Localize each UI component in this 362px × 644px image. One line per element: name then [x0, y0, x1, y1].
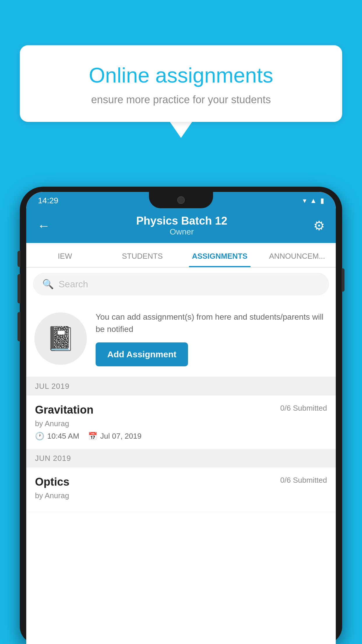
- calendar-icon: 📅: [88, 432, 97, 441]
- section-jul-2019: JUL 2019: [26, 377, 336, 396]
- section-jun-2019: JUN 2019: [26, 449, 336, 468]
- phone-power-button: [342, 268, 345, 292]
- section-jun-label: JUN 2019: [35, 454, 71, 463]
- phone-vol-up: [17, 274, 20, 303]
- assignment-optics-by: by Anurag: [35, 491, 327, 500]
- settings-icon[interactable]: ⚙: [313, 218, 325, 233]
- assignment-item-header: Gravitation 0/6 Submitted: [35, 404, 327, 416]
- search-placeholder: Search: [59, 279, 88, 290]
- phone-vol-down: [17, 312, 20, 341]
- speech-bubble-arrow: [170, 122, 192, 138]
- assignment-gravitation[interactable]: Gravitation 0/6 Submitted by Anurag 🕐 10…: [26, 396, 336, 449]
- phone-device: 14:29 ▾ ▲ ▮ ← Physics Batch 12 Owner ⚙ I…: [20, 187, 342, 644]
- phone-notch: [149, 192, 213, 208]
- phone-camera: [177, 196, 185, 204]
- assignment-optics-submitted: 0/6 Submitted: [280, 476, 327, 485]
- status-time: 14:29: [38, 196, 58, 205]
- signal-icon: ▲: [310, 197, 317, 205]
- battery-icon: ▮: [320, 197, 324, 205]
- assignment-optics[interactable]: Optics 0/6 Submitted by Anurag: [26, 468, 336, 512]
- tab-students[interactable]: STUDENTS: [104, 243, 181, 267]
- promo-content: You can add assignment(s) from here and …: [96, 311, 328, 366]
- speech-bubble-subtitle: ensure more practice for your students: [40, 94, 322, 106]
- assignment-optics-header: Optics 0/6 Submitted: [35, 476, 327, 488]
- phone-screen: 14:29 ▾ ▲ ▮ ← Physics Batch 12 Owner ⚙ I…: [26, 192, 336, 644]
- assignment-by: by Anurag: [35, 419, 327, 428]
- tabs-container: IEW STUDENTS ASSIGNMENTS ANNOUNCEM...: [26, 243, 336, 268]
- assignment-time-value: 10:45 AM: [47, 432, 79, 441]
- assignment-optics-name: Optics: [35, 476, 69, 488]
- promo-icon-circle: 📓: [34, 312, 87, 365]
- clock-icon: 🕐: [35, 432, 44, 441]
- tab-assignments[interactable]: ASSIGNMENTS: [181, 243, 259, 267]
- speech-bubble-title: Online assignments: [40, 63, 322, 88]
- tab-iew[interactable]: IEW: [26, 243, 104, 267]
- search-bar-container: 🔍 Search: [26, 268, 336, 300]
- speech-bubble-container: Online assignments ensure more practice …: [20, 45, 342, 138]
- assignment-date: 📅 Jul 07, 2019: [88, 432, 142, 441]
- phone-vol-silent: [17, 251, 20, 267]
- assignment-meta: 🕐 10:45 AM 📅 Jul 07, 2019: [35, 432, 327, 441]
- notebook-icon: 📓: [46, 325, 75, 352]
- assignment-time: 🕐 10:45 AM: [35, 432, 79, 441]
- assignment-date-value: Jul 07, 2019: [100, 432, 142, 441]
- assignment-promo: 📓 You can add assignment(s) from here an…: [26, 300, 336, 377]
- section-jul-label: JUL 2019: [35, 382, 69, 391]
- back-button[interactable]: ←: [37, 218, 50, 233]
- header-title: Physics Batch 12: [50, 215, 313, 227]
- status-icons: ▾ ▲ ▮: [303, 197, 324, 205]
- assignment-name: Gravitation: [35, 404, 94, 416]
- wifi-icon: ▾: [303, 197, 306, 205]
- speech-bubble: Online assignments ensure more practice …: [20, 45, 342, 122]
- app-header: ← Physics Batch 12 Owner ⚙: [26, 209, 336, 243]
- header-subtitle: Owner: [50, 227, 313, 237]
- add-assignment-button[interactable]: Add Assignment: [96, 342, 188, 366]
- promo-description: You can add assignment(s) from here and …: [96, 311, 328, 335]
- header-center: Physics Batch 12 Owner: [50, 215, 313, 237]
- search-icon: 🔍: [42, 279, 54, 290]
- tab-announcements[interactable]: ANNOUNCEM...: [259, 243, 336, 267]
- search-bar[interactable]: 🔍 Search: [33, 273, 329, 295]
- assignment-submitted: 0/6 Submitted: [280, 404, 327, 413]
